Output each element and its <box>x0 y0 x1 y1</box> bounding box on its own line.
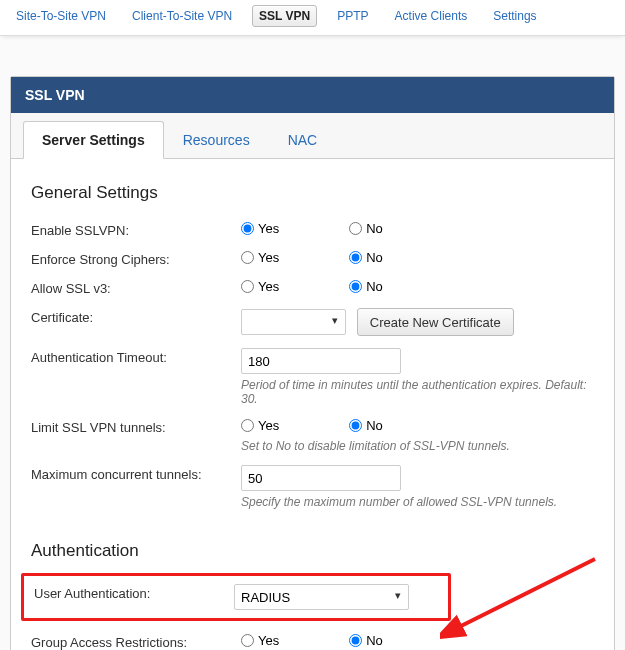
nav-pptp[interactable]: PPTP <box>331 6 374 26</box>
tab-nac[interactable]: NAC <box>269 121 337 159</box>
strong-ciphers-yes-radio[interactable] <box>241 251 254 264</box>
row-certificate: Certificate: Create New Certificate <box>31 302 594 342</box>
limit-tunnels-no-radio[interactable] <box>349 419 362 432</box>
max-tunnels-input[interactable] <box>241 465 401 491</box>
strong-ciphers-no[interactable]: No <box>349 250 383 265</box>
allow-sslv3-yes[interactable]: Yes <box>241 279 279 294</box>
group-restrict-no[interactable]: No <box>349 633 383 648</box>
hint-limit-tunnels: Set to No to disable limitation of SSL-V… <box>241 439 594 453</box>
allow-sslv3-yes-radio[interactable] <box>241 280 254 293</box>
label-user-auth: User Authentication: <box>34 584 234 601</box>
certificate-select[interactable] <box>241 309 346 335</box>
tab-server-settings[interactable]: Server Settings <box>23 121 164 159</box>
label-max-tunnels: Maximum concurrent tunnels: <box>31 465 241 482</box>
highlight-annotation: User Authentication: <box>21 573 451 621</box>
top-nav: Site-To-Site VPN Client-To-Site VPN SSL … <box>0 0 625 36</box>
enable-sslvpn-yes-radio[interactable] <box>241 222 254 235</box>
row-strong-ciphers: Enforce Strong Ciphers: Yes No <box>31 244 594 273</box>
section-auth-heading: Authentication <box>31 541 594 561</box>
nav-active-clients[interactable]: Active Clients <box>389 6 474 26</box>
strong-ciphers-no-radio[interactable] <box>349 251 362 264</box>
label-group-restrict: Group Access Restrictions: <box>31 633 241 650</box>
label-allow-sslv3: Allow SSL v3: <box>31 279 241 296</box>
group-restrict-yes-radio[interactable] <box>241 634 254 647</box>
tab-resources[interactable]: Resources <box>164 121 269 159</box>
allow-sslv3-no-radio[interactable] <box>349 280 362 293</box>
auth-timeout-input[interactable] <box>241 348 401 374</box>
limit-tunnels-no[interactable]: No <box>349 418 383 433</box>
row-group-restrict: Group Access Restrictions: Yes No <box>31 627 594 650</box>
hint-auth-timeout: Period of time in minutes until the auth… <box>241 378 594 406</box>
label-strong-ciphers: Enforce Strong Ciphers: <box>31 250 241 267</box>
enable-sslvpn-no[interactable]: No <box>349 221 383 236</box>
row-enable-sslvpn: Enable SSLVPN: Yes No <box>31 215 594 244</box>
row-max-tunnels: Maximum concurrent tunnels: Specify the … <box>31 459 594 515</box>
hint-max-tunnels: Specify the maximum number of allowed SS… <box>241 495 594 509</box>
label-certificate: Certificate: <box>31 308 241 325</box>
allow-sslv3-no[interactable]: No <box>349 279 383 294</box>
row-limit-tunnels: Limit SSL VPN tunnels: Yes No Set to No … <box>31 412 594 459</box>
label-enable-sslvpn: Enable SSLVPN: <box>31 221 241 238</box>
panel-title: SSL VPN <box>11 77 614 113</box>
ssl-vpn-panel: SSL VPN Server Settings Resources NAC Ge… <box>10 76 615 650</box>
group-restrict-yes[interactable]: Yes <box>241 633 279 648</box>
limit-tunnels-yes-radio[interactable] <box>241 419 254 432</box>
limit-tunnels-yes[interactable]: Yes <box>241 418 279 433</box>
enable-sslvpn-no-radio[interactable] <box>349 222 362 235</box>
group-restrict-no-radio[interactable] <box>349 634 362 647</box>
strong-ciphers-yes[interactable]: Yes <box>241 250 279 265</box>
nav-site-to-site[interactable]: Site-To-Site VPN <box>10 6 112 26</box>
row-user-auth: User Authentication: <box>24 582 440 612</box>
enable-sslvpn-yes[interactable]: Yes <box>241 221 279 236</box>
row-allow-sslv3: Allow SSL v3: Yes No <box>31 273 594 302</box>
nav-settings[interactable]: Settings <box>487 6 542 26</box>
label-limit-tunnels: Limit SSL VPN tunnels: <box>31 418 241 435</box>
row-auth-timeout: Authentication Timeout: Period of time i… <box>31 342 594 412</box>
label-auth-timeout: Authentication Timeout: <box>31 348 241 365</box>
user-auth-select[interactable] <box>234 584 409 610</box>
nav-client-to-site[interactable]: Client-To-Site VPN <box>126 6 238 26</box>
nav-ssl-vpn[interactable]: SSL VPN <box>252 5 317 27</box>
create-certificate-button[interactable]: Create New Certificate <box>357 308 514 336</box>
section-general-heading: General Settings <box>31 183 594 203</box>
tab-strip: Server Settings Resources NAC <box>11 113 614 159</box>
